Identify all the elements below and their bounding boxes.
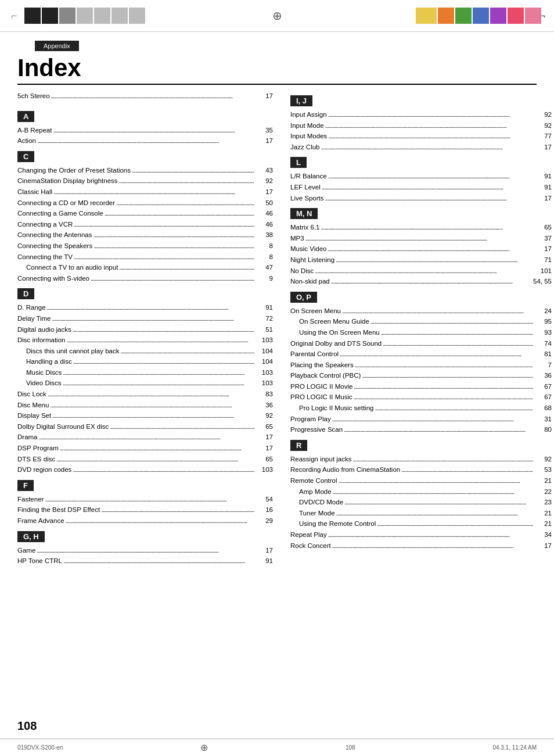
entry-text: Disc Menu [17, 400, 49, 410]
section-number: 5ch Stereo 17 [17, 91, 273, 102]
page-num: 17 [534, 243, 552, 254]
page-num: 47 [256, 262, 273, 273]
page-num: 91 [256, 556, 273, 566]
entry-playback-control: Playback Control (PBC) 36 [290, 370, 552, 381]
entry-text: Digital audio jacks [17, 324, 71, 335]
entry-text: No Disc [290, 266, 314, 276]
section-f: F Fastener 54 Finding the Best DSP Effec… [17, 475, 273, 526]
page-num: 17 [534, 142, 552, 152]
entry-text: Connect a TV to an audio input [26, 262, 118, 273]
entry-text: Amp Mode [299, 486, 332, 497]
entry-connecting-vcr: Connecting a VCR 46 [17, 219, 273, 230]
entry-text: Jazz Club [290, 142, 320, 152]
section-op: O, P On Screen Menu 24 On Screen Menu Gu… [290, 287, 552, 435]
page-num: 34 [534, 529, 552, 540]
entry-text: Placing the Speakers [290, 360, 354, 370]
dots [93, 241, 254, 252]
entry-input-modes: Input Modes 77 [290, 131, 552, 142]
top-center: ⊕ [197, 0, 357, 31]
entry-text: Repeat Play [290, 529, 327, 540]
entry-dvd-region: DVD region codes 103 [17, 464, 273, 475]
dots [119, 262, 254, 273]
page-num: 83 [256, 389, 273, 399]
entry-text: L/R Balance [290, 171, 327, 181]
page-num: 8 [256, 241, 273, 251]
dots [352, 454, 533, 465]
entry-text: PRO LOGIC II Music [290, 392, 352, 402]
section-c: C Changing the Order of Preset Stations … [17, 146, 273, 284]
entry-video-discs: Video Discs 103 [17, 378, 273, 389]
entry-connecting-antennas: Connecting the Antennas 38 [17, 230, 273, 241]
page-num: 93 [534, 327, 552, 338]
entry-using-on-screen: Using the On Screen Menu 93 [290, 327, 552, 338]
dots [101, 504, 254, 515]
page-num: 43 [256, 165, 273, 175]
entry-fastener: Fastener 54 [17, 494, 273, 505]
page-num: 24 [534, 306, 552, 316]
page-num: 46 [256, 219, 273, 230]
entry-disc-lock: Disc Lock 83 [17, 389, 273, 400]
entry-text: Handling a disc [26, 356, 72, 367]
dots [60, 443, 254, 454]
footer-center-page: 108 [346, 744, 355, 751]
entry-hp-tone: HP Tone CTRL 91 [17, 556, 273, 567]
page-num: 77 [534, 131, 552, 141]
color-block-r2 [438, 8, 454, 24]
page-num: 23 [534, 497, 552, 507]
page-num: 92 [256, 175, 273, 186]
entry-connecting-svideo: Connecting with S-video 9 [17, 273, 273, 284]
page: ⌐ ⊕ ⌐ [0, 0, 554, 756]
section-header-f: F [17, 480, 34, 491]
entry-dolby-ex: Dolby Digital Surround EX disc 65 [17, 421, 273, 432]
entry-lef-level: LEF Level 91 [290, 182, 552, 193]
entry-text: Input Modes [290, 131, 327, 141]
dots [362, 370, 533, 381]
entry-text: Progressive Scan [290, 424, 343, 435]
entry-text: Parental Control [290, 349, 339, 359]
dots [328, 171, 533, 182]
dots [383, 338, 533, 349]
entry-connecting-tv: Connecting the TV 8 [17, 252, 273, 263]
entry-connecting-game: Connecting a Game Console 46 [17, 208, 273, 219]
dots [381, 327, 533, 338]
appendix-section: Appendix [0, 32, 554, 51]
footer-center: ⊕ [200, 742, 208, 753]
page-num: 104 [256, 346, 273, 356]
dots [110, 421, 254, 432]
entry-frame-advance: Frame Advance 29 [17, 515, 273, 526]
entry-text: Live Sports [290, 193, 324, 203]
entry-original-dolby: Original Dolby and DTS Sound 74 [290, 338, 552, 349]
entry-game: Game 17 [17, 545, 273, 556]
dots [52, 410, 254, 421]
entry-text: Game [17, 545, 35, 556]
appendix-label: Appendix [35, 41, 79, 51]
dots [56, 454, 254, 465]
entry-text: Using the Remote Control [299, 518, 376, 529]
page-num: 17 [534, 193, 552, 203]
entry-text: Recording Audio from CinemaStation [290, 464, 400, 475]
page-num: 103 [256, 367, 273, 378]
page-num: 101 [534, 266, 552, 276]
footer-left-text: 019DVX-S200-en [17, 744, 63, 751]
entry-text: Reassign input jacks [290, 454, 351, 464]
entry-text: Disc Lock [17, 389, 46, 399]
dots [63, 556, 254, 567]
page-num: 71 [534, 255, 552, 265]
dots [63, 367, 254, 378]
entry-text: DVD/CD Mode [299, 497, 343, 507]
dots [73, 324, 254, 335]
page-num: 9 [256, 273, 273, 284]
page-num: 17 [256, 135, 273, 146]
entry-disc-information: Disc information 103 [17, 335, 273, 346]
top-bar-right: ⌐ [357, 0, 554, 31]
entry-remote-control: Remote Control 21 [290, 475, 552, 486]
corner-bracket-tl: ⌐ [11, 10, 17, 22]
page-number: 108 [17, 719, 37, 733]
entry-text: Video Discs [26, 378, 62, 388]
corner-bracket-tr: ⌐ [541, 12, 545, 20]
footer-right-text: 04.3.1, 11:24 AM [492, 744, 537, 751]
entry-matrix61: Matrix 6.1 65 [290, 222, 552, 233]
entry-reassign-input: Reassign input jacks 92 [290, 454, 552, 465]
entry-repeat-play: Repeat Play 34 [290, 529, 552, 540]
dots [50, 400, 254, 411]
